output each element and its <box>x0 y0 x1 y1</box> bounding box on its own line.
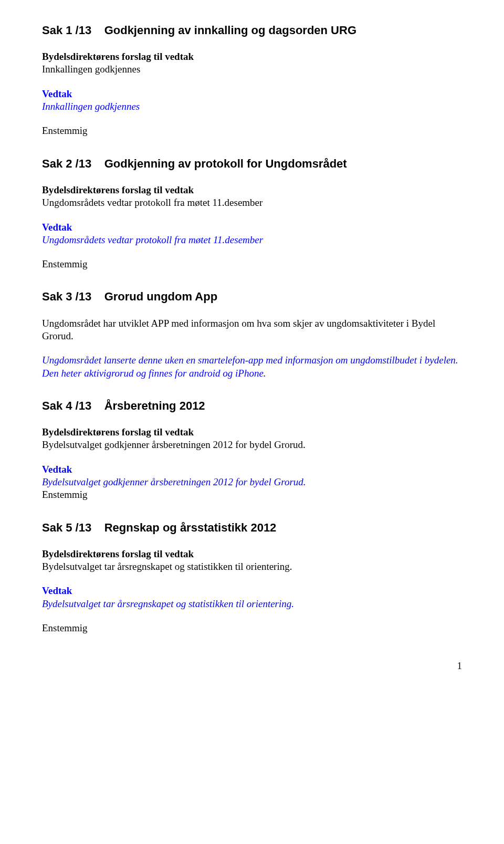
sak4-vedtak-label: Vedtak <box>42 463 462 476</box>
sak5-heading: Sak 5 /13 Regnskap og årsstatistikk 2012 <box>42 520 462 535</box>
sak5-enstemmig: Enstemmig <box>42 622 462 634</box>
sak5-vedtak-block: Vedtak Bydelsutvalget tar årsregnskapet … <box>42 585 462 610</box>
sak1-heading: Sak 1 /13 Godkjenning av innkalling og d… <box>42 23 462 38</box>
sak1-vedtak-label: Vedtak <box>42 88 462 100</box>
sak3-num: Sak 3 /13 <box>42 289 91 304</box>
sak1-forslag-text: Innkallingen godkjennes <box>42 63 462 76</box>
sak3-title: Grorud ungdom App <box>104 289 217 304</box>
sak4-heading: Sak 4 /13 Årsberetning 2012 <box>42 399 462 413</box>
sak3-italic-block: Ungdomsrådet lanserte denne uken en smar… <box>42 354 462 380</box>
sak2-forslag-block: Bydelsdirektørens forslag til vedtak Ung… <box>42 184 462 210</box>
sak4-forslag-label: Bydelsdirektørens forslag til vedtak <box>42 426 462 439</box>
sak4-forslag-text: Bydelsutvalget godkjenner årsberetningen… <box>42 439 462 451</box>
sak4-forslag-block: Bydelsdirektørens forslag til vedtak Byd… <box>42 426 462 452</box>
sak1-num: Sak 1 /13 <box>42 23 91 38</box>
sak2-forslag-label: Bydelsdirektørens forslag til vedtak <box>42 184 462 196</box>
sak1-vedtak-text: Innkallingen godkjennes <box>42 100 462 113</box>
sak5-forslag-block: Bydelsdirektørens forslag til vedtak Byd… <box>42 548 462 574</box>
sak1-enstemmig: Enstemmig <box>42 124 462 137</box>
sak3-body-block: Ungdomsrådet har utviklet APP med inform… <box>42 317 462 343</box>
sak2-num: Sak 2 /13 <box>42 157 91 171</box>
sak2-title: Godkjenning av protokoll for Ungdomsråde… <box>104 157 347 171</box>
page-number: 1 <box>42 660 462 672</box>
sak4-vedtak-block: Vedtak Bydelsutvalget godkjenner årsbere… <box>42 463 462 502</box>
sak1-forslag-block: Bydelsdirektørens forslag til vedtak Inn… <box>42 50 462 76</box>
sak1-enstemmig-block: Enstemmig <box>42 124 462 137</box>
sak1-forslag-label: Bydelsdirektørens forslag til vedtak <box>42 50 462 63</box>
sak1-title: Godkjenning av innkalling og dagsorden U… <box>104 23 356 38</box>
sak2-forslag-text: Ungdomsrådets vedtar protokoll fra møtet… <box>42 196 462 209</box>
sak4-enstemmig: Enstemmig <box>42 488 462 501</box>
sak3-body-text: Ungdomsrådet har utviklet APP med inform… <box>42 317 462 343</box>
sak2-enstemmig: Enstemmig <box>42 258 462 270</box>
sak5-forslag-label: Bydelsdirektørens forslag til vedtak <box>42 548 462 560</box>
sak5-title: Regnskap og årsstatistikk 2012 <box>104 520 277 535</box>
sak4-vedtak-text: Bydelsutvalget godkjenner årsberetningen… <box>42 476 462 488</box>
sak5-enstemmig-block: Enstemmig <box>42 622 462 634</box>
sak3-italic-text: Ungdomsrådet lanserte denne uken en smar… <box>42 354 462 380</box>
sak2-heading: Sak 2 /13 Godkjenning av protokoll for U… <box>42 157 462 171</box>
sak5-vedtak-text: Bydelsutvalget tar årsregnskapet og stat… <box>42 598 462 610</box>
sak2-vedtak-label: Vedtak <box>42 221 462 234</box>
sak3-heading: Sak 3 /13 Grorud ungdom App <box>42 289 462 304</box>
sak4-num: Sak 4 /13 <box>42 399 91 413</box>
sak2-vedtak-block: Vedtak Ungdomsrådets vedtar protokoll fr… <box>42 221 462 247</box>
sak5-vedtak-label: Vedtak <box>42 585 462 597</box>
sak2-enstemmig-block: Enstemmig <box>42 258 462 270</box>
sak2-vedtak-text: Ungdomsrådets vedtar protokoll fra møtet… <box>42 234 462 246</box>
sak5-forslag-text: Bydelsutvalget tar årsregnskapet og stat… <box>42 560 462 573</box>
sak4-title: Årsberetning 2012 <box>104 399 205 413</box>
sak1-vedtak-block: Vedtak Innkallingen godkjennes <box>42 88 462 113</box>
sak5-num: Sak 5 /13 <box>42 520 91 535</box>
